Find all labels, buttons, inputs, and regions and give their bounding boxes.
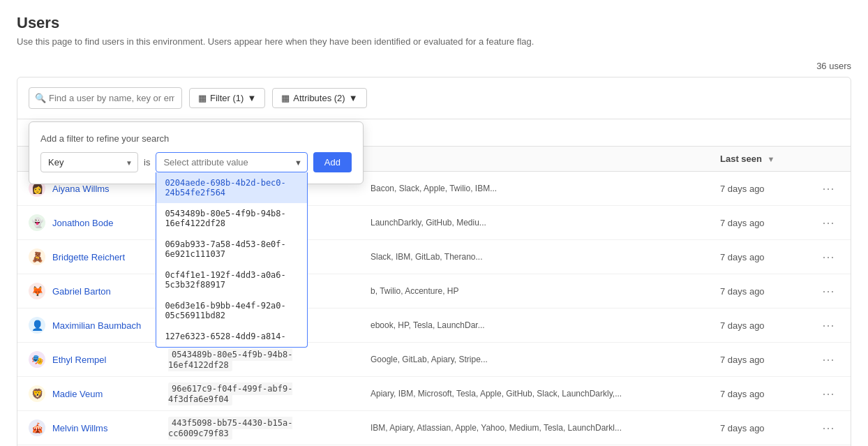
- search-wrap: 🔍: [29, 87, 182, 109]
- dropdown-item[interactable]: 0204aede-698b-4b2d-bec0-24b54fe2f564: [156, 172, 306, 203]
- table-row: 🦁 Madie Veum 96e617c9-f04f-499f-abf9-4f3…: [17, 377, 851, 411]
- action-cell: ⋯: [807, 343, 851, 377]
- filter-chevron-icon: ▼: [247, 93, 256, 103]
- key-cell: 96e617c9-f04f-499f-abf9-4f3dfa6e9f04: [157, 377, 359, 411]
- more-options-button[interactable]: ⋯: [818, 419, 839, 437]
- key-value: 0543489b-80e5-4f9b-94b8-16ef4122df28: [168, 348, 292, 371]
- more-options-button[interactable]: ⋯: [818, 248, 839, 266]
- tags-cell: LaunchDarkly, GitHub, Mediu...: [359, 206, 709, 240]
- last-seen-value: 7 days ago: [720, 320, 765, 331]
- attributes-chevron-icon: ▼: [349, 93, 358, 103]
- user-name-link[interactable]: Madie Veum: [52, 389, 103, 399]
- table-row: 🧸 Bridgette Reichert 80c410a8-6c6d-48ea-…: [17, 240, 851, 274]
- value-select-wrap: ▼ 0204aede-698b-4b2d-bec0-24b54fe2f56405…: [156, 152, 307, 172]
- search-icon: 🔍: [35, 93, 46, 103]
- last-seen-value: 7 days ago: [720, 389, 765, 399]
- page-title: Users: [17, 14, 851, 32]
- last-seen-cell: 7 days ago: [709, 274, 807, 309]
- action-cell: ⋯: [807, 411, 851, 445]
- table-row: 🎪 Melvin Willms 443f5098-bb75-4430-b15a-…: [17, 411, 851, 445]
- value-input[interactable]: [156, 152, 307, 172]
- col-action-header: [807, 147, 851, 172]
- dropdown-list: 0204aede-698b-4b2d-bec0-24b54fe2f5640543…: [156, 172, 307, 348]
- last-seen-cell: 7 days ago: [709, 377, 807, 411]
- last-seen-cell: 7 days ago: [709, 172, 807, 206]
- dropdown-item[interactable]: 0cf4f1e1-192f-4dd3-a0a6-5c3b32f88917: [156, 265, 306, 295]
- filter-icon: ▦: [198, 93, 207, 103]
- more-options-button[interactable]: ⋯: [818, 316, 839, 334]
- filter-button[interactable]: ▦ Filter (1) ▼: [189, 88, 265, 108]
- key-select[interactable]: Key: [40, 152, 138, 172]
- users-table: Name Key Last seen ▼ 👩 Aiyana Willms 31d…: [17, 147, 851, 446]
- is-label: is: [144, 157, 150, 168]
- action-cell: ⋯: [807, 377, 851, 411]
- user-name-link[interactable]: Gabriel Barton: [52, 286, 111, 297]
- user-name-link[interactable]: Jonathon Bode: [52, 218, 113, 228]
- tags-cell: Slack, IBM, GitLab, Therano...: [359, 240, 709, 274]
- dropdown-item[interactable]: 0e6d3e16-b9bb-4e4f-92a0-05c56911bd82: [156, 295, 306, 326]
- name-cell: 👻 Jonathon Bode: [17, 206, 157, 240]
- col-seen-header[interactable]: Last seen ▼: [709, 147, 807, 172]
- name-cell: 🦁 Madie Veum: [17, 377, 157, 411]
- user-name-link[interactable]: Melvin Willms: [52, 423, 107, 433]
- avatar: 👤: [29, 317, 45, 334]
- tags-cell: Apiary, IBM, Microsoft, Tesla, Apple, Gi…: [359, 377, 709, 411]
- more-options-button[interactable]: ⋯: [818, 350, 839, 369]
- dropdown-item[interactable]: 127e6323-6528-4dd9-a814-: [156, 326, 306, 347]
- last-seen-value: 7 days ago: [720, 423, 765, 433]
- name-cell: 🦊 Gabriel Barton: [17, 274, 157, 309]
- key-value: 96e617c9-f04f-499f-abf9-4f3dfa6e9f04: [168, 382, 292, 406]
- last-seen-cell: 7 days ago: [709, 343, 807, 377]
- name-cell: 🎪 Melvin Willms: [17, 411, 157, 445]
- attributes-button[interactable]: ▦ Attributes (2) ▼: [272, 88, 366, 108]
- last-seen-value: 7 days ago: [720, 218, 765, 228]
- tags-cell: b, Twilio, Accenture, HP: [359, 274, 709, 309]
- tags-cell: Bacon, Slack, Apple, Twilio, IBM...: [359, 172, 709, 206]
- user-count: 36 users: [816, 61, 851, 71]
- table-icon: ▦: [281, 93, 290, 103]
- key-value: 443f5098-bb75-4430-b15a-cc6009c79f83: [168, 417, 292, 440]
- name-cell: 🎭 Ethyl Rempel: [17, 343, 157, 377]
- attributes-label: Attributes (2): [293, 93, 345, 103]
- action-cell: ⋯: [807, 309, 851, 343]
- table-row: 👻 Jonathon Bode 1c72dbc0-2350-479e-ac94-…: [17, 206, 851, 240]
- avatar: 🧸: [29, 248, 45, 265]
- user-name-link[interactable]: Aiyana Willms: [52, 184, 110, 194]
- name-cell: 🧸 Bridgette Reichert: [17, 240, 157, 274]
- action-cell: ⋯: [807, 240, 851, 274]
- user-name-link[interactable]: Bridgette Reichert: [52, 252, 125, 262]
- sort-icon: ▼: [768, 155, 775, 163]
- table-row: 🎭 Ethyl Rempel 0543489b-80e5-4f9b-94b8-1…: [17, 343, 851, 377]
- action-cell: ⋯: [807, 274, 851, 309]
- filter-panel-title: Add a filter to refine your search: [40, 133, 352, 144]
- last-seen-value: 7 days ago: [720, 355, 765, 365]
- more-options-button[interactable]: ⋯: [818, 385, 839, 403]
- name-cell: 👤 Maximilian Baumbach: [17, 309, 157, 343]
- more-options-button[interactable]: ⋯: [818, 214, 839, 232]
- action-cell: ⋯: [807, 206, 851, 240]
- user-name-link[interactable]: Ethyl Rempel: [52, 355, 106, 365]
- action-cell: ⋯: [807, 172, 851, 206]
- avatar: 🎭: [29, 351, 45, 368]
- last-seen-cell: 7 days ago: [709, 411, 807, 445]
- last-seen-value: 7 days ago: [720, 184, 765, 194]
- avatar: 🦁: [29, 385, 45, 402]
- last-seen-cell: 7 days ago: [709, 240, 807, 274]
- toolbar: 🔍 ▦ Filter (1) ▼ ▦ Attributes (2) ▼ Add …: [17, 77, 851, 119]
- dropdown-item[interactable]: 069ab933-7a58-4d53-8e0f-6e921c111037: [156, 234, 306, 265]
- col-tags-header: [359, 147, 709, 172]
- page-subtitle: Use this page to find users in this envi…: [17, 36, 851, 47]
- more-options-button[interactable]: ⋯: [818, 282, 839, 300]
- user-name-link[interactable]: Maximilian Baumbach: [52, 320, 141, 331]
- table-row: 👤 Maximilian Baumbach 2e2631d7-9f9b-466e…: [17, 309, 851, 343]
- key-select-wrap: Key ▼: [40, 152, 138, 172]
- tags-cell: Google, GitLab, Apiary, Stripe...: [359, 343, 709, 377]
- add-filter-button[interactable]: Add: [313, 152, 352, 172]
- avatar: 👻: [29, 214, 45, 231]
- search-input[interactable]: [29, 87, 182, 109]
- avatar: 🦊: [29, 283, 45, 299]
- table-row: 🦊 Gabriel Barton 6f4b9126-f0ea-411b-aea9…: [17, 274, 851, 309]
- key-cell: 443f5098-bb75-4430-b15a-cc6009c79f83: [157, 411, 359, 445]
- dropdown-item[interactable]: 0543489b-80e5-4f9b-94b8-16ef4122df28: [156, 203, 306, 234]
- more-options-button[interactable]: ⋯: [818, 179, 839, 198]
